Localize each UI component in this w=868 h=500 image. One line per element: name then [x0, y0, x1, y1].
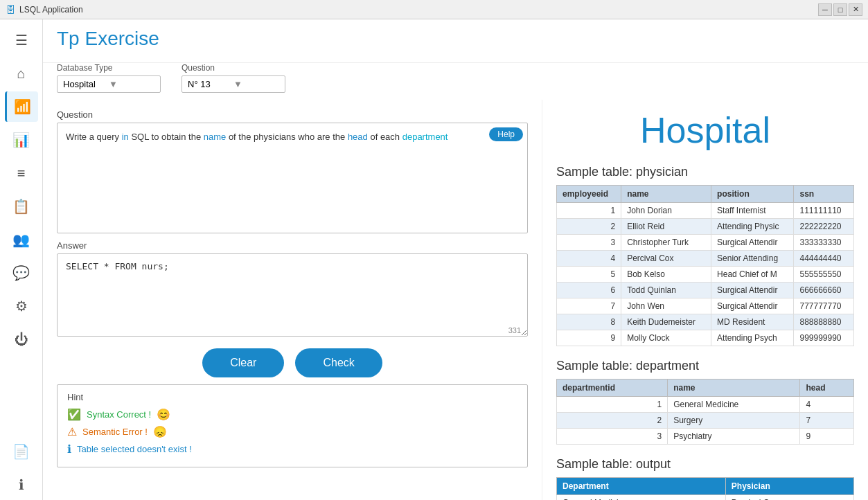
minimize-button[interactable]: ─	[818, 3, 832, 16]
physician-col-name: name	[621, 186, 711, 203]
question-group: Question N° 13 ▼	[181, 63, 285, 93]
info-circle-icon: ℹ	[67, 443, 71, 456]
app-title: LSQL Application	[19, 5, 83, 15]
table-row: 6Todd QuinlanSurgical Attendir666666660	[557, 283, 854, 298]
controls-row: Database Type Hospital ▼ Question N° 13 …	[43, 63, 868, 100]
answer-container: SELECT * FROM nurs; 331	[57, 253, 528, 339]
question-select[interactable]: N° 13 ▼	[181, 75, 285, 93]
output-col-physician: Physician	[725, 478, 853, 495]
hint-item-semantic: ⚠ Semantic Error ! 😞	[67, 425, 517, 438]
output-table-section: Sample table: output Department Physicia…	[556, 457, 854, 500]
sidebar-item-chart[interactable]: 📊	[5, 125, 38, 155]
sidebar-item-info[interactable]: ℹ	[5, 470, 38, 500]
dept-col-departmentid: departmentid	[557, 380, 668, 397]
sidebar-item-clipboard[interactable]: 📋	[5, 191, 38, 222]
check-button[interactable]: Check	[295, 348, 382, 377]
hint-table-text: Table selected doesn't exist !	[77, 444, 192, 454]
answer-input[interactable]: SELECT * FROM nurs;	[57, 253, 528, 337]
database-arrow-icon: ▼	[109, 79, 154, 89]
warning-icon: ⚠	[67, 425, 77, 438]
output-table-title: Sample table: output	[556, 457, 854, 472]
question-text: Write a query in SQL to obtain the name …	[66, 132, 448, 142]
power-icon: ⏻	[15, 332, 28, 348]
physician-table-section: Sample table: physician employeeid name …	[556, 165, 854, 346]
sidebar-item-users[interactable]: 👥	[5, 224, 38, 255]
question-label: Question	[181, 63, 285, 73]
table-row: 2Surgery7	[557, 413, 854, 429]
main-split: Question Help Write a query in SQL to ob…	[43, 100, 868, 500]
maximize-button[interactable]: □	[833, 3, 847, 16]
sidebar-item-settings[interactable]: ⚙	[5, 291, 38, 321]
sidebar-item-document[interactable]: 📄	[5, 436, 38, 467]
page-header: Tp Exercise	[43, 19, 868, 63]
page-title: Tp Exercise	[57, 28, 854, 50]
app-container: ☰ ⌂ 📶 📊 ≡ 📋 👥 💬 ⚙ ⏻ 📄	[0, 19, 868, 500]
buttons-row: Clear Check	[57, 348, 528, 377]
help-button[interactable]: Help	[489, 127, 523, 141]
hint-syntax-text: Syntax Correct !	[87, 409, 151, 420]
table-row: 2Elliot ReidAttending Physic222222220	[557, 219, 854, 235]
wifi-icon: 📶	[14, 98, 31, 115]
table-row: 4Percival CoxSenior Attending444444440	[557, 251, 854, 267]
table-row: 9Molly ClockAttending Psych999999990	[557, 330, 854, 346]
check-circle-icon: ✅	[67, 408, 81, 421]
hint-item-table: ℹ Table selected doesn't exist !	[67, 443, 517, 456]
kw-head: head	[348, 132, 368, 142]
hint-box: Hint ✅ Syntax Correct ! 😊 ⚠ Semantic Err…	[57, 384, 528, 467]
physician-col-position: position	[711, 186, 794, 203]
database-select[interactable]: Hospital ▼	[57, 75, 161, 93]
kw-name: name	[204, 132, 227, 142]
titlebar: 🗄 LSQL Application ─ □ ✕	[0, 0, 868, 19]
hint-semantic-text: Semantic Error !	[82, 427, 148, 437]
clipboard-icon: 📋	[12, 198, 30, 215]
physician-table-title: Sample table: physician	[556, 165, 854, 179]
department-table: departmentid name head 1General Medicine…	[556, 379, 854, 445]
question-box: Help Write a query in SQL to obtain the …	[57, 123, 528, 233]
hint-item-syntax: ✅ Syntax Correct ! 😊	[67, 408, 517, 421]
physician-col-ssn: ssn	[794, 186, 854, 203]
hospital-title: Hospital	[556, 109, 854, 151]
table-row: 7John WenSurgical Attendir777777770	[557, 298, 854, 314]
database-label: Database Type	[57, 63, 161, 73]
frown-icon: 😞	[153, 425, 167, 438]
dept-col-head: head	[800, 380, 854, 397]
table-row: General MedicinePercival Cox	[557, 495, 854, 501]
sidebar-item-wifi[interactable]: 📶	[5, 91, 38, 122]
answer-section-label: Answer	[57, 240, 528, 251]
output-table: Department Physician General MedicinePer…	[556, 477, 854, 500]
chat-icon: 💬	[12, 265, 30, 281]
window-controls: ─ □ ✕	[818, 3, 862, 16]
physician-table: employeeid name position ssn 1John Doria…	[556, 185, 854, 346]
answer-section: Answer SELECT * FROM nurs; 331	[57, 240, 528, 339]
sidebar-item-menu[interactable]: ☰	[5, 25, 38, 55]
close-button[interactable]: ✕	[849, 3, 862, 16]
smiley-icon: 😊	[157, 408, 170, 421]
table-row: 1General Medicine4	[557, 397, 854, 413]
chart-icon: 📊	[12, 132, 30, 148]
settings-icon: ⚙	[15, 298, 28, 314]
users-icon: 👥	[12, 231, 30, 248]
table-row: 1John DorianStaff Internist111111110	[557, 203, 854, 219]
department-table-section: Sample table: department departmentid na…	[556, 359, 854, 445]
question-section: Question Help Write a query in SQL to ob…	[57, 109, 528, 233]
sidebar: ☰ ⌂ 📶 📊 ≡ 📋 👥 💬 ⚙ ⏻ 📄	[0, 19, 43, 500]
clear-button[interactable]: Clear	[202, 348, 284, 377]
output-col-department: Department	[557, 478, 726, 495]
dept-col-name: name	[668, 380, 800, 397]
content-area: Tp Exercise Database Type Hospital ▼ Que…	[43, 19, 868, 500]
char-count: 331	[508, 326, 521, 334]
database-type-group: Database Type Hospital ▼	[57, 63, 161, 93]
info-icon: ℹ	[19, 476, 24, 493]
sidebar-item-power[interactable]: ⏻	[5, 324, 38, 355]
table-row: 3Christopher TurkSurgical Attendir333333…	[557, 235, 854, 251]
left-panel: Question Help Write a query in SQL to ob…	[43, 100, 542, 500]
sidebar-item-home[interactable]: ⌂	[5, 58, 38, 89]
right-panel: Hospital Sample table: physician employe…	[542, 100, 868, 500]
app-icon: 🗄	[6, 4, 15, 15]
sidebar-item-chat[interactable]: 💬	[5, 258, 38, 288]
question-value: N° 13	[188, 79, 233, 89]
physician-col-employeeid: employeeid	[557, 186, 621, 203]
document-icon: 📄	[12, 443, 30, 460]
sidebar-item-list[interactable]: ≡	[5, 158, 38, 188]
kw-department: department	[402, 132, 448, 142]
